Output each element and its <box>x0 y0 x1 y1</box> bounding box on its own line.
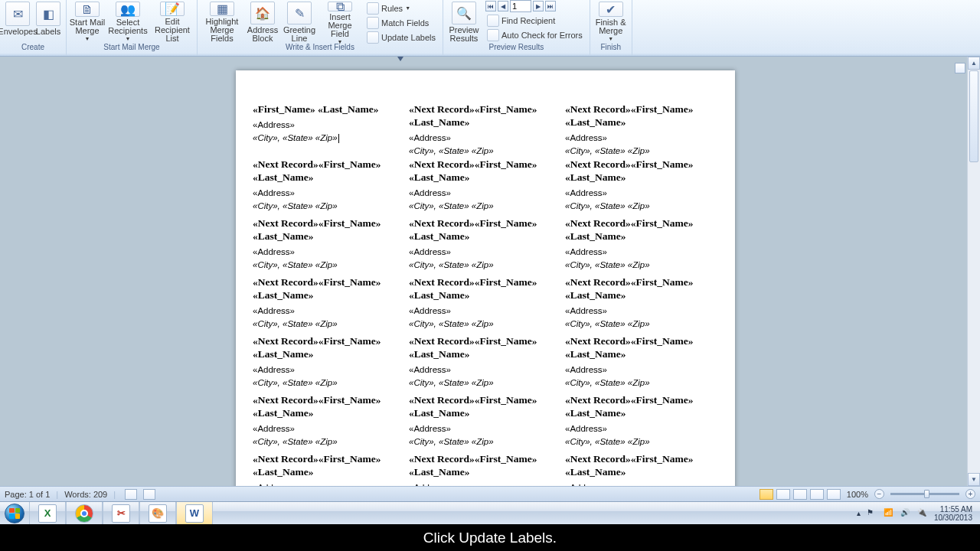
scroll-up-button[interactable]: ▲ <box>968 57 980 70</box>
labels-icon: ◧ <box>36 2 60 26</box>
preview-results-button[interactable]: 🔍 Preview Results <box>446 0 482 43</box>
chevron-down-icon: ▼ <box>608 34 613 43</box>
label-cell[interactable]: «Next Record»«First_Name» «Last_Name»«Ad… <box>251 158 407 217</box>
labels-button[interactable]: ◧ Labels <box>33 0 64 43</box>
insert-field-icon: ⧉ <box>328 2 352 11</box>
scroll-down-button[interactable]: ▼ <box>968 473 980 486</box>
rules-button[interactable]: Rules ▼ <box>365 2 437 15</box>
address-block-button[interactable]: 🏠 Address Block <box>244 0 281 43</box>
label-cell[interactable]: «Next Record»«First_Name» «Last_Name»«Ad… <box>407 158 564 217</box>
scroll-thumb[interactable] <box>969 70 978 162</box>
label-cell[interactable]: «Next Record»«First_Name» «Last_Name»«Ad… <box>564 103 720 158</box>
next-record-button[interactable]: ▶ <box>533 1 544 11</box>
start-mail-merge-button[interactable]: 🗎 Start Mail Merge ▼ <box>69 0 106 43</box>
mailmerge-icon: 🗎 <box>75 2 100 17</box>
zoom-out-button[interactable]: − <box>874 489 884 499</box>
vertical-scrollbar[interactable]: ▲ ▼ <box>967 57 980 486</box>
label-cell[interactable]: «Next Record»«First_Name» «Last_Name»«Ad… <box>407 334 564 393</box>
label-cell[interactable]: «Next Record»«First_Name» «Last_Name»«Ad… <box>564 334 720 393</box>
edit-recipient-list-button[interactable]: 📝 Edit Recipient List <box>150 0 194 43</box>
volume-icon[interactable]: 🔊 <box>900 508 911 519</box>
last-record-button[interactable]: ⏭ <box>545 1 556 11</box>
find-icon <box>487 15 499 27</box>
record-number-input[interactable] <box>510 0 531 12</box>
label-cell[interactable]: «Next Record»«First_Name» «Last_Name»«Ad… <box>251 334 407 393</box>
label-cell[interactable]: «Next Record»«First_Name» «Last_Name»«Ad… <box>251 217 407 276</box>
group-label: Preview Results <box>488 43 544 54</box>
taskbar-paint[interactable]: 🎨 <box>139 502 176 525</box>
envelopes-button[interactable]: ✉ Envelopes <box>2 0 33 43</box>
label-cell[interactable]: «Next Record»«First_Name» «Last_Name»«Ad… <box>564 393 720 452</box>
ribbon: ✉ Envelopes ◧ Labels Create 🗎 Start Mail… <box>0 0 980 57</box>
macro-icon[interactable] <box>143 489 155 500</box>
ruler-indent-marker[interactable] <box>397 57 403 63</box>
taskbar-chrome[interactable] <box>66 502 103 525</box>
taskbar-word[interactable]: W <box>176 502 213 525</box>
insert-merge-field-button[interactable]: ⧉ Insert Merge Field ▼ <box>318 0 362 43</box>
finish-merge-button[interactable]: ✔ Finish & Merge ▼ <box>593 0 629 43</box>
system-tray: ▴ ⚑ 📶 🔊 🔌 11:55 AM 10/30/2013 <box>852 502 980 524</box>
edit-list-icon: 📝 <box>160 2 185 16</box>
label-cell[interactable]: «Next Record»«First_Name» «Last_Name»«Ad… <box>407 393 564 452</box>
zoom-level[interactable]: 100% <box>847 490 868 499</box>
tutorial-caption: Click Update Labels. <box>0 524 980 551</box>
label-cell[interactable]: «Next Record»«First_Name» «Last_Name»«Ad… <box>407 276 564 334</box>
web-layout-view-button[interactable] <box>793 489 807 500</box>
label-cell[interactable]: «Next Record»«First_Name» «Last_Name»«Ad… <box>251 276 407 334</box>
zoom-slider[interactable] <box>890 493 959 495</box>
outline-view-button[interactable] <box>810 489 824 500</box>
label-cell[interactable]: «Next Record»«First_Name» «Last_Name»«Ad… <box>407 103 564 158</box>
clock[interactable]: 11:55 AM 10/30/2013 <box>934 505 975 522</box>
label-cell[interactable]: «Next Record»«First_Name» «Last_Name»«Ad… <box>564 217 720 276</box>
label-cell[interactable]: «Next Record»«First_Name» «Last_Name»«Ad… <box>407 452 564 486</box>
action-center-icon[interactable]: ⚑ <box>867 508 877 519</box>
ribbon-group-writeinsert: ▦ Highlight Merge Fields 🏠 Address Block… <box>198 0 443 56</box>
document-workspace: «First_Name» «Last_Name»«Address»«City»,… <box>0 57 980 486</box>
highlight-icon: ▦ <box>210 2 234 16</box>
taskbar-snip[interactable]: ✂ <box>103 502 139 525</box>
first-record-button[interactable]: ⏮ <box>485 1 496 11</box>
draft-view-button[interactable] <box>827 489 841 500</box>
ruler-toggle-button[interactable] <box>955 63 965 73</box>
label-cell[interactable]: «Next Record»«First_Name» «Last_Name»«Ad… <box>564 452 720 486</box>
label-cell[interactable]: «Next Record»«First_Name» «Last_Name»«Ad… <box>564 158 720 217</box>
preview-icon: 🔍 <box>452 2 476 24</box>
network-icon[interactable]: 📶 <box>884 508 894 519</box>
group-label: Finish <box>600 43 621 54</box>
label-cell[interactable]: «Next Record»«First_Name» «Last_Name»«Ad… <box>251 393 407 452</box>
greeting-line-button[interactable]: ✎ Greeting Line <box>281 0 318 43</box>
chrome-icon <box>75 504 93 523</box>
ribbon-group-create: ✉ Envelopes ◧ Labels Create <box>0 0 67 56</box>
scissors-icon: ✂ <box>112 504 130 523</box>
fullscreen-view-button[interactable] <box>776 489 790 500</box>
find-recipient-button[interactable]: Find Recipient <box>485 14 584 28</box>
page-indicator[interactable]: Page: 1 of 1 <box>5 490 50 499</box>
chevron-down-icon: ▼ <box>405 5 410 11</box>
word-count[interactable]: Words: 209 <box>64 490 107 499</box>
taskbar-excel[interactable]: X <box>29 502 66 525</box>
highlight-merge-fields-button[interactable]: ▦ Highlight Merge Fields <box>200 0 244 43</box>
start-button[interactable] <box>0 502 29 525</box>
print-layout-view-button[interactable] <box>760 489 773 500</box>
prev-record-button[interactable]: ◀ <box>498 1 508 11</box>
spellcheck-icon[interactable] <box>125 489 137 500</box>
word-icon: W <box>185 504 204 523</box>
show-hidden-icons-button[interactable]: ▴ <box>857 509 861 517</box>
match-fields-button[interactable]: Match Fields <box>365 16 437 30</box>
zoom-in-button[interactable]: + <box>965 489 975 499</box>
select-recipients-button[interactable]: 👥 Select Recipients ▼ <box>106 0 150 43</box>
update-icon <box>367 31 379 44</box>
label-cell[interactable]: «Next Record»«First_Name» «Last_Name»«Ad… <box>251 452 407 486</box>
auto-check-errors-button[interactable]: Auto Check for Errors <box>485 28 584 42</box>
document-page[interactable]: «First_Name» «Last_Name»«Address»«City»,… <box>236 70 735 486</box>
label-cell[interactable]: «Next Record»«First_Name» «Last_Name»«Ad… <box>564 276 720 334</box>
windows-taskbar: X ✂ 🎨 W ▴ ⚑ 📶 🔊 🔌 11:55 AM 10/30/2013 <box>0 501 980 524</box>
power-icon[interactable]: 🔌 <box>917 508 928 519</box>
label-cell[interactable]: «First_Name» «Last_Name»«Address»«City»,… <box>251 103 407 158</box>
paint-icon: 🎨 <box>149 504 167 523</box>
address-icon: 🏠 <box>250 2 275 24</box>
zoom-thumb[interactable] <box>924 490 929 498</box>
label-cell[interactable]: «Next Record»«First_Name» «Last_Name»«Ad… <box>407 217 564 276</box>
match-icon <box>367 17 379 29</box>
update-labels-button[interactable]: Update Labels <box>365 31 437 44</box>
